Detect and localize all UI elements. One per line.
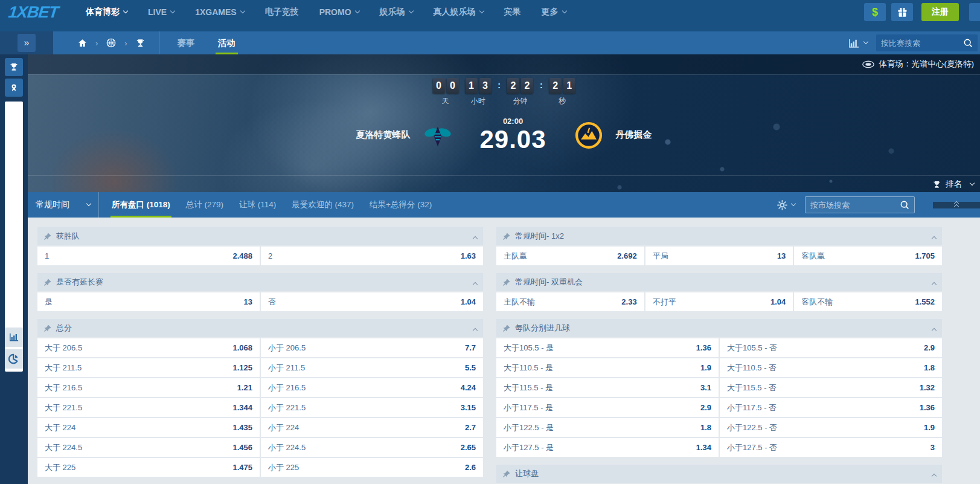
ranking-toggle[interactable]: 排名 (932, 179, 974, 190)
market-collapse-chevron[interactable] (469, 277, 477, 288)
odds-cell[interactable]: 小于 211.55.5 (261, 358, 483, 377)
nav-item-label: 电子竞技 (265, 7, 299, 18)
odds-cell[interactable]: 小于127.5 - 否3 (720, 438, 942, 457)
odds-cell[interactable]: 平局13 (645, 247, 793, 265)
odds-cell[interactable]: 大于105.5 - 是1.36 (496, 338, 719, 357)
subnav-tab-0[interactable]: 赛事 (170, 31, 202, 54)
ranking-label: 排名 (946, 179, 962, 190)
odds-cell[interactable]: 小于 216.54.24 (261, 378, 483, 397)
odds-cell[interactable]: 大于105.5 - 否2.9 (720, 338, 942, 357)
market-collapse-chevron[interactable] (928, 277, 936, 288)
market-tab-0[interactable]: 所有盘口 (1018) (104, 192, 178, 218)
trophy-icon[interactable] (135, 38, 146, 48)
odds-cell[interactable]: 小于 206.57.7 (261, 338, 483, 357)
market-collapse-chevron[interactable] (928, 323, 936, 334)
odds-label: 小于127.5 - 是 (504, 442, 554, 453)
nav-item-3[interactable]: 电子竞技 (265, 7, 299, 18)
basketball-icon[interactable] (106, 37, 117, 48)
odds-cell[interactable]: 12.488 (37, 247, 260, 265)
odds-cell[interactable]: 大于110.5 - 否1.8 (720, 358, 942, 377)
market-header[interactable]: 总分 (37, 319, 483, 337)
odds-cell[interactable]: 大于 2241.435 (37, 418, 260, 437)
game-search-input[interactable] (881, 39, 963, 48)
subnav-tab-1[interactable]: 活动 (211, 31, 243, 54)
odds-cell[interactable]: 客队不输1.552 (794, 292, 942, 311)
period-dropdown[interactable]: 常规时间 (28, 192, 99, 218)
expand-sidebar-button[interactable]: » (18, 34, 36, 52)
odds-value: 3 (930, 443, 935, 452)
market-header[interactable]: 常规时间- 双重机会 (496, 273, 942, 291)
odds-cell[interactable]: 主队赢2.692 (496, 247, 644, 265)
odds-cell[interactable]: 小于117.5 - 是2.9 (496, 398, 719, 417)
nav-item-7[interactable]: 宾果 (504, 7, 521, 18)
market-header[interactable]: 获胜队 (37, 227, 483, 245)
brand-logo[interactable]: 1XBET (7, 3, 59, 22)
sidebar-favorites-button[interactable] (5, 79, 23, 97)
odds-cell[interactable]: 小于 221.53.15 (261, 398, 483, 417)
market-header[interactable]: 是否有延长赛 (37, 273, 483, 291)
odds-cell[interactable]: 小于122.5 - 是1.8 (496, 418, 719, 437)
nav-item-5[interactable]: 娱乐场 (380, 7, 413, 18)
nav-item-8[interactable]: 更多 (542, 7, 566, 18)
odds-cell[interactable]: 大于 221.51.344 (37, 398, 260, 417)
nav-item-2[interactable]: 1XGAMES (195, 7, 244, 17)
market-header[interactable]: 每队分别进几球 (496, 319, 942, 337)
odds-cell[interactable]: 主队不输2.33 (496, 292, 644, 311)
odds-cell[interactable]: 大于 206.51.068 (37, 338, 260, 357)
odds-cell[interactable]: 是13 (37, 292, 260, 311)
register-button[interactable]: 注册 (921, 3, 959, 21)
statistics-toggle[interactable] (848, 38, 868, 48)
odds-value: 1.068 (232, 343, 252, 352)
search-icon[interactable] (963, 38, 973, 48)
payments-button[interactable]: $ (864, 3, 886, 21)
market-collapse-chevron[interactable] (928, 468, 936, 479)
odds-cell[interactable]: 不打平1.04 (645, 292, 793, 311)
nav-item-label: 更多 (542, 7, 559, 18)
nav-item-1[interactable]: LIVE (148, 7, 175, 17)
market-collapse-chevron[interactable] (469, 231, 477, 242)
market-tab-2[interactable]: 让球 (114) (231, 192, 284, 218)
countdown-digit: 1 (465, 78, 477, 94)
nav-item-6[interactable]: 真人娱乐场 (434, 7, 484, 18)
sidebar-sports-button[interactable] (5, 58, 23, 76)
odds-cell[interactable]: 大于115.5 - 是3.1 (496, 378, 719, 397)
odds-cell[interactable]: 小于122.5 - 否1.9 (720, 418, 942, 437)
nav-item-0[interactable]: 体育博彩 (86, 7, 127, 18)
home-icon[interactable] (77, 38, 88, 48)
match-countdown: 00天13小时:22分钟:21秒 (432, 78, 575, 106)
odds-cell[interactable]: 否1.04 (261, 292, 483, 311)
odds-cell[interactable]: 21.63 (261, 247, 483, 265)
market-row: 主队赢2.692平局13客队赢1.705 (496, 247, 942, 265)
odds-cell[interactable]: 大于 2251.475 (37, 458, 260, 477)
match-hero-banner: 体育场：光谱中心(夏洛特) 00天13小时:22分钟:21秒 夏洛特黄蜂队 02… (28, 54, 980, 192)
market-tab-1[interactable]: 总计 (279) (178, 192, 231, 218)
market-tab-3[interactable]: 最受欢迎的 (437) (284, 192, 362, 218)
odds-value: 1.435 (232, 423, 252, 432)
odds-cell[interactable]: 客队赢1.705 (794, 247, 942, 265)
nav-item-4[interactable]: PROMO (319, 7, 359, 17)
odds-cell[interactable]: 大于110.5 - 是1.9 (496, 358, 719, 377)
promo-gift-button[interactable] (891, 3, 913, 21)
settings-toggle[interactable] (777, 200, 795, 210)
collapse-all-button[interactable] (933, 202, 980, 208)
odds-cell[interactable]: 小于 2252.6 (261, 458, 483, 477)
odds-value: 1.8 (700, 423, 711, 432)
odds-cell[interactable]: 小于127.5 - 是1.34 (496, 438, 719, 457)
market-collapse-chevron[interactable] (928, 231, 936, 242)
login-button-partial[interactable] (969, 3, 980, 21)
market-tab-4[interactable]: 结果+总得分 (32) (362, 192, 440, 218)
statistics-tile[interactable] (5, 328, 23, 347)
search-icon[interactable] (900, 200, 909, 210)
odds-cell[interactable]: 大于 211.51.125 (37, 358, 260, 377)
odds-cell[interactable]: 小于 2242.7 (261, 418, 483, 437)
odds-cell[interactable]: 大于 224.51.456 (37, 438, 260, 457)
results-tile[interactable] (5, 349, 23, 369)
odds-cell[interactable]: 大于 216.51.21 (37, 378, 260, 397)
market-header[interactable]: 常规时间- 1x2 (496, 227, 942, 245)
odds-cell[interactable]: 小于 224.52.65 (261, 438, 483, 457)
market-collapse-chevron[interactable] (469, 323, 477, 334)
odds-cell[interactable]: 小于117.5 - 否1.36 (720, 398, 942, 417)
odds-cell[interactable]: 大于115.5 - 否1.32 (720, 378, 942, 397)
market-search-input[interactable] (810, 201, 900, 210)
market-header[interactable]: 让球盘 (496, 465, 942, 483)
